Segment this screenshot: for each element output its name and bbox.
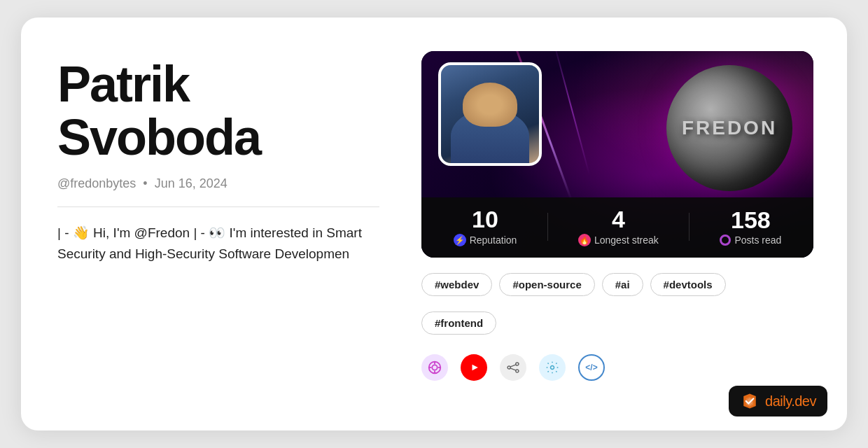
tag-frontend[interactable]: #frontend: [421, 312, 496, 335]
divider: [57, 206, 379, 207]
brand-suffix: .dev: [791, 393, 816, 409]
hero-text: FREDON: [682, 117, 777, 139]
user-joined: Jun 16, 2024: [155, 176, 227, 190]
stat-reputation: 10 ⚡ Reputation: [454, 207, 517, 246]
user-bio: | - 👋 Hi, I'm @Fredon | - 👀 I'm interest…: [57, 223, 379, 264]
youtube-icon[interactable]: [461, 354, 487, 381]
avatar: [438, 62, 542, 166]
svg-marker-6: [472, 365, 478, 370]
stats-bar: 10 ⚡ Reputation 4 🔥 Longest streak: [421, 197, 813, 258]
user-name: Patrik Svoboda: [57, 58, 379, 164]
brand-badge: daily.dev: [729, 386, 827, 416]
svg-line-10: [510, 365, 516, 367]
brand-name: daily.dev: [765, 393, 816, 410]
stat-divider-2: [689, 213, 690, 241]
tag-webdev[interactable]: #webdev: [421, 273, 492, 296]
flame-icon: 🔥: [578, 234, 591, 246]
svg-line-11: [510, 368, 516, 370]
tags-row-2: #frontend: [421, 312, 813, 335]
tags-row: #webdev #open-source #ai #devtools: [421, 273, 813, 296]
tag-open-source[interactable]: #open-source: [499, 273, 594, 296]
user-meta: @fredonbytes • Jun 16, 2024: [57, 176, 379, 191]
left-panel: Patrik Svoboda @fredonbytes • Jun 16, 20…: [57, 51, 379, 402]
hero-rock-sphere: FREDON: [666, 65, 792, 191]
stat-streak-text: Longest streak: [594, 234, 659, 246]
stat-reputation-label: ⚡ Reputation: [454, 234, 517, 246]
tag-ai[interactable]: #ai: [602, 273, 643, 296]
stat-streak-value: 4: [612, 207, 625, 231]
nodes-icon[interactable]: [500, 354, 526, 381]
avatar-image: [441, 65, 539, 163]
brand-name-text: daily: [765, 393, 791, 409]
profile-card: Patrik Svoboda @fredonbytes • Jun 16, 20…: [21, 18, 847, 430]
lightning-icon: ⚡: [454, 234, 466, 246]
gear-icon[interactable]: [539, 354, 566, 381]
stat-divider-1: [547, 213, 548, 241]
svg-point-12: [551, 366, 554, 370]
stat-streak-label: 🔥 Longest streak: [578, 234, 659, 246]
profile-hero: FREDON 10 ⚡ Reputation 4: [421, 51, 813, 258]
svg-point-1: [432, 365, 437, 370]
stat-posts-read: 158 Posts read: [720, 208, 781, 246]
code-icon[interactable]: </>: [578, 354, 605, 381]
stat-posts-read-label: Posts read: [720, 234, 781, 246]
daily-dev-logo-icon: [740, 391, 760, 411]
ring-icon: [720, 234, 731, 246]
social-row: </>: [421, 354, 605, 381]
stat-reputation-value: 10: [472, 207, 498, 231]
tag-devtools[interactable]: #devtools: [650, 273, 726, 296]
user-handle: @fredonbytes: [57, 176, 136, 190]
right-panel: FREDON 10 ⚡ Reputation 4: [421, 51, 813, 402]
stat-posts-read-value: 158: [731, 208, 771, 232]
stat-posts-read-text: Posts read: [734, 234, 781, 246]
stat-streak: 4 🔥 Longest streak: [578, 207, 659, 246]
target-icon[interactable]: [421, 354, 448, 381]
stat-reputation-text: Reputation: [470, 234, 517, 246]
